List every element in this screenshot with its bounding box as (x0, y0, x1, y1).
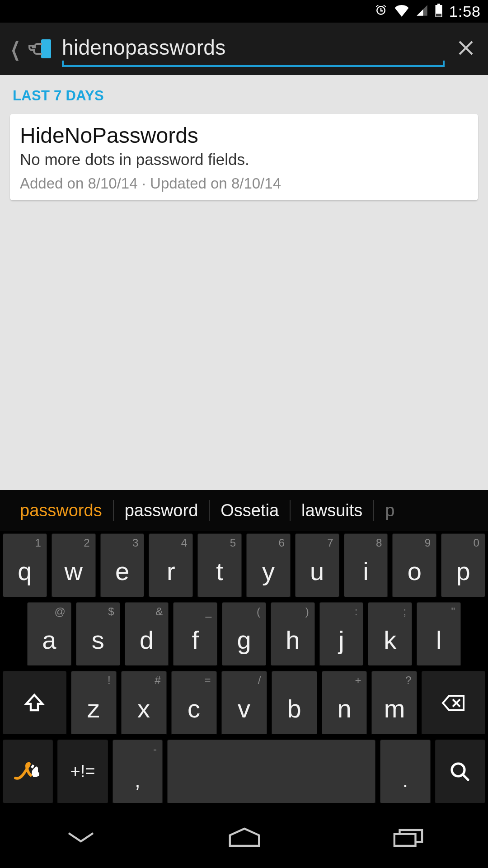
key-l[interactable]: "l (417, 602, 461, 666)
key-hint: 8 (376, 537, 382, 549)
key-u[interactable]: 7u (295, 533, 339, 598)
key-hint: / (258, 674, 261, 687)
key-hint: # (155, 674, 160, 687)
key-label: b (287, 694, 301, 723)
comma-key[interactable]: - , (113, 740, 163, 804)
key-label: w (64, 557, 82, 586)
search-input[interactable] (62, 33, 445, 64)
home-icon (227, 827, 262, 847)
back-button[interactable]: ❮ (7, 38, 62, 61)
keyboard-row: !z#x=c/vb+n?m (3, 671, 485, 735)
key-o[interactable]: 9o (392, 533, 436, 598)
search-icon (449, 761, 471, 783)
key-label: a (42, 625, 56, 655)
period-key[interactable]: . (380, 740, 430, 804)
key-r[interactable]: 4r (149, 533, 193, 598)
suggestion-item[interactable]: Ossetia (210, 501, 290, 520)
navigation-bar (0, 808, 488, 868)
xposed-app-icon (25, 38, 53, 60)
key-w[interactable]: 2w (52, 533, 96, 598)
key-j[interactable]: :j (319, 602, 364, 666)
key-label: r (167, 557, 175, 586)
key-label: t (216, 557, 223, 586)
alarm-icon (374, 4, 388, 19)
key-label: c (188, 694, 200, 723)
key-e[interactable]: 3e (100, 533, 145, 598)
key-v[interactable]: /v (221, 671, 267, 735)
key-hint: _ (206, 605, 211, 618)
key-i[interactable]: 8i (344, 533, 388, 598)
key-t[interactable]: 5t (197, 533, 242, 598)
key-hint: 9 (425, 537, 431, 549)
suggestion-item[interactable]: passwords (9, 501, 113, 520)
clear-search-button[interactable] (456, 38, 475, 59)
nav-home-button[interactable] (200, 818, 289, 858)
close-icon (456, 38, 475, 57)
key-h[interactable]: )h (271, 602, 315, 666)
shift-icon (23, 692, 45, 714)
key-label: h (286, 625, 300, 655)
nav-back-button[interactable] (38, 820, 124, 856)
battery-icon (435, 4, 443, 19)
key-hint: - (153, 743, 157, 755)
swype-icon (14, 762, 42, 782)
suggestion-item[interactable]: password (114, 501, 209, 520)
wifi-icon (394, 4, 409, 19)
key-hint: + (355, 674, 361, 687)
key-s[interactable]: $s (76, 602, 120, 666)
key-hint: 1 (35, 537, 41, 549)
search-action-key[interactable] (435, 740, 485, 804)
key-hint: = (205, 674, 211, 687)
keyboard-row: @a$s&d_f(g)h:j;k"l (3, 602, 485, 666)
key-hint: 5 (230, 537, 236, 549)
swype-key[interactable] (3, 740, 53, 804)
key-c[interactable]: =c (171, 671, 217, 735)
key-hint: 7 (327, 537, 333, 549)
key-q[interactable]: 1q (3, 533, 47, 598)
key-hint: & (155, 605, 163, 618)
svg-rect-1 (41, 39, 51, 58)
key-m[interactable]: ?m (371, 671, 417, 735)
key-label: d (140, 625, 154, 655)
suggestion-item[interactable]: p (374, 501, 405, 520)
key-n[interactable]: +n (322, 671, 367, 735)
status-clock: 1:58 (449, 3, 481, 20)
key-label: m (384, 694, 405, 723)
keyboard-row: 1q2w3e4r5t6y7u8i9o0p (3, 533, 485, 598)
key-label: x (137, 694, 150, 723)
key-z[interactable]: !z (71, 671, 117, 735)
svg-rect-3 (394, 834, 415, 846)
module-card[interactable]: HideNoPasswords No more dots in password… (10, 114, 478, 200)
backspace-key[interactable] (422, 671, 485, 735)
space-key[interactable] (167, 740, 375, 804)
key-label: s (92, 625, 104, 655)
key-label: u (310, 557, 324, 586)
suggestion-item[interactable]: lawsuits (291, 501, 373, 520)
key-k[interactable]: ;k (368, 602, 412, 666)
key-hint: 6 (278, 537, 284, 549)
key-f[interactable]: _f (173, 602, 217, 666)
key-label: j (338, 625, 344, 655)
nav-recent-button[interactable] (365, 818, 450, 858)
key-p[interactable]: 0p (441, 533, 485, 598)
key-hint: $ (108, 605, 114, 618)
key-label: q (18, 557, 32, 586)
key-x[interactable]: #x (121, 671, 167, 735)
key-label: y (262, 557, 275, 586)
svg-rect-0 (436, 14, 441, 17)
key-g[interactable]: (g (222, 602, 266, 666)
key-a[interactable]: @a (27, 602, 71, 666)
key-d[interactable]: &d (125, 602, 169, 666)
key-label: l (436, 625, 441, 655)
key-label: k (384, 625, 396, 655)
symbols-key[interactable]: +!= (57, 740, 108, 804)
key-b[interactable]: b (272, 671, 317, 735)
action-bar: ❮ (0, 23, 488, 75)
shift-key[interactable] (3, 671, 66, 735)
key-y[interactable]: 6y (246, 533, 291, 598)
recent-apps-icon (392, 827, 423, 847)
keyboard-row: +!= - , . (3, 740, 485, 804)
key-hint: 4 (181, 537, 187, 549)
key-label: . (403, 768, 408, 792)
chevron-left-icon: ❮ (10, 38, 20, 61)
